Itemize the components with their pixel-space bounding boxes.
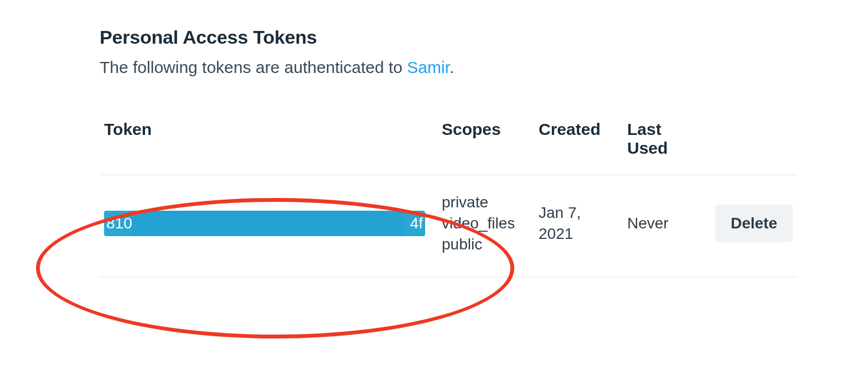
col-header-token: Token: [100, 110, 437, 175]
created-cell: Jan 7, 2021: [534, 175, 623, 277]
token-value-end: 4f: [403, 211, 425, 236]
table-header-row: Token Scopes Created Last Used: [100, 110, 797, 175]
section-description: The following tokens are authenticated t…: [100, 58, 768, 77]
lastused-cell: Never: [623, 175, 689, 277]
table-row: 8104f private video_files public Jan 7, …: [100, 175, 797, 277]
scope-videofiles: video_files: [442, 215, 515, 232]
scope-public: public: [442, 236, 482, 253]
actions-cell: Delete: [689, 175, 797, 277]
col-header-created: Created: [534, 110, 623, 175]
scopes-cell: private video_files public: [437, 175, 534, 277]
scope-private: private: [442, 194, 488, 211]
section-title: Personal Access Tokens: [100, 27, 768, 48]
col-header-actions: [689, 110, 797, 175]
col-header-lastused: Last Used: [623, 110, 689, 175]
token-value-redacted: [132, 211, 403, 236]
col-header-scopes: Scopes: [437, 110, 534, 175]
token-cell[interactable]: 8104f: [100, 175, 437, 277]
tokens-table: Token Scopes Created Last Used 8104f pri…: [100, 110, 797, 278]
desc-prefix: The following tokens are authenticated t…: [100, 58, 407, 76]
user-link[interactable]: Samir: [407, 58, 450, 76]
desc-suffix: .: [450, 58, 454, 76]
token-value-start: 810: [104, 211, 132, 236]
delete-button[interactable]: Delete: [715, 205, 793, 242]
